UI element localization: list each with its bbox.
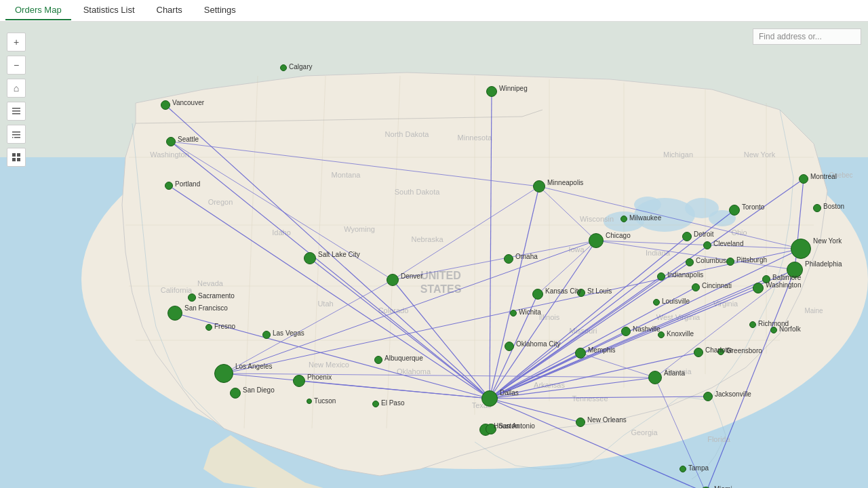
city-dot-phoenix[interactable]: [293, 375, 305, 387]
grid-button[interactable]: [7, 148, 26, 167]
tab-charts[interactable]: Charts: [147, 1, 192, 20]
city-dot-las-vegas[interactable]: [262, 331, 271, 339]
search-box[interactable]: Find address or...: [753, 28, 861, 45]
city-label-nashville: Nashville: [633, 325, 660, 333]
city-label-omaha: Omaha: [515, 253, 538, 260]
city-dot-pittsburgh[interactable]: [726, 258, 734, 266]
city-dot-winnipeg[interactable]: [486, 86, 497, 97]
city-dot-omaha[interactable]: [504, 254, 513, 264]
tab-orders-map[interactable]: Orders Map: [5, 1, 71, 20]
map-background: UNITED STATES North Dakota Minnesota Mon…: [0, 22, 868, 488]
svg-text:Missouri: Missouri: [570, 327, 597, 335]
city-dot-portland[interactable]: [165, 182, 173, 190]
city-dot-fresno[interactable]: [205, 324, 212, 331]
city-dot-dallas[interactable]: [481, 390, 498, 407]
city-label-minneapolis: Minneapolis: [547, 179, 583, 186]
city-dot-new-york[interactable]: [791, 239, 811, 259]
city-dot-minneapolis[interactable]: [533, 180, 545, 192]
city-dot-montreal[interactable]: [799, 174, 808, 184]
city-label-toronto: Toronto: [742, 203, 764, 211]
tab-settings[interactable]: Settings: [195, 1, 245, 20]
city-dot-indianapolis[interactable]: [657, 272, 665, 281]
svg-text:Indiana: Indiana: [646, 249, 671, 257]
city-label-tampa: Tampa: [688, 464, 709, 472]
layers-button[interactable]: [7, 125, 26, 144]
svg-text:Oregon: Oregon: [208, 198, 233, 206]
svg-text:Maine: Maine: [804, 307, 823, 314]
city-dot-san-diego[interactable]: [230, 388, 241, 399]
svg-text:Utah: Utah: [317, 300, 333, 308]
svg-rect-114: [12, 153, 16, 157]
city-label-los-angeles: Los Angeles: [235, 363, 273, 370]
city-dot-tampa[interactable]: [679, 466, 686, 472]
tab-statistics-list[interactable]: Statistics List: [74, 1, 144, 20]
city-dot-salt-lake-city[interactable]: [304, 252, 316, 264]
city-label-jacksonville: Jacksonville: [715, 390, 751, 398]
city-dot-denver[interactable]: [387, 274, 399, 286]
city-dot-milwaukee[interactable]: [620, 216, 627, 222]
svg-text:Ohio: Ohio: [731, 228, 747, 237]
city-label-columbus: Columbus: [696, 257, 726, 264]
city-label-winnipeg: Winnipeg: [499, 85, 528, 92]
city-dot-jacksonville[interactable]: [703, 392, 713, 401]
city-dot-cleveland[interactable]: [703, 241, 711, 249]
svg-text:West Virginia: West Virginia: [656, 313, 701, 321]
svg-text:Tennessee: Tennessee: [572, 394, 608, 403]
city-label-san-diego: San Diego: [243, 386, 275, 394]
city-dot-boston[interactable]: [813, 204, 821, 212]
svg-rect-115: [17, 153, 20, 157]
city-dot-el-paso[interactable]: [372, 401, 379, 407]
city-label-san-francisco: San Francisco: [184, 304, 228, 312]
city-dot-chicago[interactable]: [589, 233, 604, 248]
svg-text:Nebraska: Nebraska: [411, 235, 443, 243]
city-dot-new-orleans[interactable]: [576, 418, 585, 427]
city-dot-tucson[interactable]: [307, 399, 312, 404]
city-label-atlanta: Atlanta: [664, 369, 685, 377]
svg-text:New York: New York: [744, 150, 776, 159]
svg-rect-113: [14, 137, 20, 138]
city-dot-norfolk[interactable]: [770, 327, 777, 333]
city-dot-richmond[interactable]: [749, 321, 756, 328]
city-dot-sacramento[interactable]: [188, 293, 196, 302]
city-dot-cincinnati[interactable]: [692, 283, 700, 291]
svg-text:California: California: [161, 286, 193, 294]
svg-text:North Dakota: North Dakota: [385, 130, 430, 138]
zoom-out-button[interactable]: −: [7, 56, 26, 75]
city-dot-toronto[interactable]: [729, 205, 740, 216]
city-label-pittsburgh: Pittsburgh: [736, 256, 767, 264]
city-dot-nashville[interactable]: [621, 327, 631, 336]
zoom-in-button[interactable]: +: [7, 33, 26, 52]
city-dot-los-angeles[interactable]: [214, 364, 233, 383]
svg-text:Georgia: Georgia: [631, 428, 658, 436]
svg-text:Colorado: Colorado: [378, 306, 409, 314]
city-label-cincinnati: Cincinnati: [702, 282, 732, 289]
city-dot-calgary[interactable]: [280, 64, 287, 71]
city-label-wichita: Wichita: [519, 308, 541, 316]
city-label-st-louis: St Louis: [587, 287, 612, 295]
svg-text:Montana: Montana: [332, 171, 361, 179]
svg-rect-112: [12, 137, 14, 138]
city-label-philadelphia: Philadelphia: [805, 260, 842, 268]
city-dot-louisville[interactable]: [653, 299, 660, 306]
city-dot-washington-dc[interactable]: [753, 283, 764, 293]
city-dot-seattle[interactable]: [166, 137, 176, 146]
svg-text:Washington: Washington: [150, 150, 189, 159]
city-dot-atlanta[interactable]: [648, 371, 662, 384]
city-dot-columbus[interactable]: [686, 258, 694, 266]
city-label-portland: Portland: [175, 180, 200, 188]
city-dot-albuquerque[interactable]: [374, 356, 382, 364]
svg-text:Wyoming: Wyoming: [344, 225, 375, 233]
city-dot-charlotte[interactable]: [694, 348, 703, 357]
city-label-seattle: Seattle: [178, 136, 199, 143]
list-button[interactable]: [7, 102, 26, 121]
city-dot-detroit[interactable]: [682, 232, 692, 241]
city-dot-san-francisco[interactable]: [167, 306, 182, 321]
city-dot-kansas-city[interactable]: [532, 289, 543, 300]
city-label-new-york: New York: [813, 237, 842, 245]
city-dot-wichita[interactable]: [510, 310, 517, 317]
city-dot-vancouver[interactable]: [161, 100, 170, 110]
city-dot-oklahoma-city[interactable]: [505, 342, 514, 351]
home-button[interactable]: ⌂: [7, 79, 26, 98]
svg-text:Minnesota: Minnesota: [458, 134, 493, 142]
city-dot-memphis[interactable]: [575, 348, 586, 359]
